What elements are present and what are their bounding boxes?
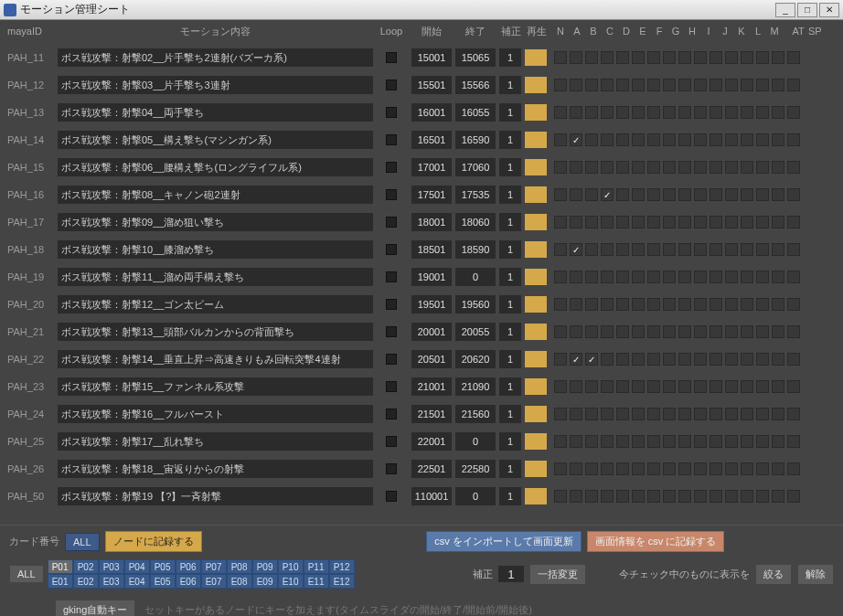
check-3[interactable] (601, 161, 614, 174)
check-7[interactable] (663, 161, 676, 174)
loop-checkbox[interactable] (386, 381, 397, 392)
csv-export-button[interactable]: 画面情報を csv に記録する (587, 531, 725, 552)
check-12[interactable] (741, 325, 753, 338)
end-input[interactable] (455, 350, 496, 368)
check-11[interactable] (725, 161, 738, 174)
check-15[interactable] (787, 298, 800, 311)
check-11[interactable] (725, 271, 738, 283)
check-14[interactable] (772, 106, 784, 119)
check-13[interactable] (756, 79, 769, 91)
end-input[interactable] (455, 432, 496, 451)
check-3[interactable] (601, 51, 614, 64)
all-pages-button[interactable]: ALL (9, 565, 44, 583)
check-7[interactable] (663, 243, 676, 256)
content-input[interactable] (58, 487, 373, 505)
page-P05[interactable]: P05 (150, 559, 176, 574)
check-11[interactable] (725, 380, 738, 393)
check-9[interactable] (694, 462, 707, 475)
check-13[interactable] (756, 133, 769, 146)
check-10[interactable] (710, 79, 722, 91)
check-14[interactable] (772, 51, 784, 64)
check-1[interactable] (570, 408, 582, 420)
check-14[interactable] (772, 79, 784, 91)
check-0[interactable] (554, 353, 567, 366)
check-10[interactable] (710, 51, 722, 64)
hosei-input[interactable] (499, 48, 521, 67)
check-4[interactable] (616, 133, 629, 146)
check-13[interactable] (756, 243, 769, 256)
end-input[interactable] (455, 76, 496, 94)
check-14[interactable] (772, 380, 784, 393)
end-input[interactable] (455, 213, 496, 231)
end-input[interactable] (455, 103, 496, 122)
clear-button[interactable]: 解除 (797, 564, 834, 585)
check-9[interactable] (694, 243, 707, 256)
check-5[interactable] (632, 216, 645, 228)
check-11[interactable] (725, 133, 738, 146)
check-4[interactable] (616, 462, 629, 475)
check-6[interactable] (647, 133, 660, 146)
loop-checkbox[interactable] (386, 354, 397, 365)
loop-checkbox[interactable] (386, 271, 397, 282)
end-input[interactable] (455, 323, 496, 341)
page-E10[interactable]: E10 (278, 574, 304, 589)
check-11[interactable] (725, 216, 738, 228)
check-9[interactable] (694, 298, 707, 311)
check-6[interactable] (647, 188, 660, 201)
end-input[interactable] (455, 240, 496, 259)
check-8[interactable] (678, 271, 691, 283)
check-7[interactable] (663, 188, 676, 201)
check-0[interactable] (554, 271, 567, 283)
check-9[interactable] (694, 188, 707, 201)
check-2[interactable] (585, 79, 598, 91)
check-14[interactable] (772, 243, 784, 256)
end-input[interactable] (455, 48, 496, 67)
check-10[interactable] (710, 325, 722, 338)
start-input[interactable] (411, 295, 452, 313)
page-P04[interactable]: P04 (124, 559, 150, 574)
start-input[interactable] (411, 432, 452, 451)
check-8[interactable] (678, 462, 691, 475)
check-5[interactable] (632, 133, 645, 146)
check-7[interactable] (663, 106, 676, 119)
check-10[interactable] (710, 161, 722, 174)
check-11[interactable] (725, 462, 738, 475)
play-button[interactable] (525, 461, 547, 477)
check-5[interactable] (632, 243, 645, 256)
check-8[interactable] (678, 490, 691, 503)
content-input[interactable] (58, 158, 373, 176)
play-button[interactable] (525, 159, 547, 175)
check-12[interactable] (741, 161, 753, 174)
check-15[interactable] (787, 161, 800, 174)
check-12[interactable] (741, 188, 753, 201)
page-P12[interactable]: P12 (329, 559, 355, 574)
check-14[interactable] (772, 216, 784, 228)
check-0[interactable] (554, 216, 567, 228)
check-5[interactable] (632, 106, 645, 119)
check-12[interactable] (741, 408, 753, 420)
all-button[interactable]: ALL (65, 533, 100, 551)
check-8[interactable] (678, 133, 691, 146)
check-11[interactable] (725, 490, 738, 503)
check-14[interactable] (772, 462, 784, 475)
check-3[interactable] (601, 216, 614, 228)
check-3[interactable] (601, 188, 614, 201)
check-1[interactable] (570, 106, 582, 119)
check-4[interactable] (616, 51, 629, 64)
check-8[interactable] (678, 51, 691, 64)
check-15[interactable] (787, 79, 800, 91)
check-4[interactable] (616, 106, 629, 119)
check-10[interactable] (710, 462, 722, 475)
content-input[interactable] (58, 48, 373, 67)
check-3[interactable] (601, 490, 614, 503)
check-1[interactable] (570, 380, 582, 393)
hosei-input[interactable] (499, 460, 521, 478)
play-button[interactable] (525, 269, 547, 285)
check-15[interactable] (787, 243, 800, 256)
end-input[interactable] (455, 487, 496, 505)
hosei-input[interactable] (499, 240, 521, 259)
check-6[interactable] (647, 408, 660, 420)
play-button[interactable] (525, 214, 547, 230)
close-button[interactable]: ✕ (819, 3, 839, 17)
check-8[interactable] (678, 298, 691, 311)
